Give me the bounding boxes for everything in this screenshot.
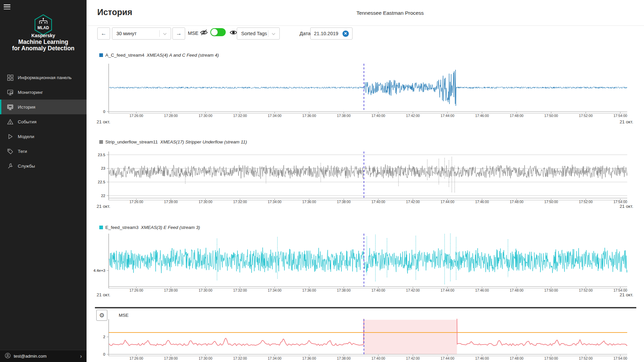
eye-icon[interactable] — [229, 29, 237, 36]
svg-text:17:36:00: 17:36:00 — [302, 288, 316, 292]
eye-off-icon[interactable] — [200, 29, 208, 36]
svg-text:17:46:00: 17:46:00 — [475, 114, 489, 118]
svg-text:17:30:00: 17:30:00 — [199, 288, 212, 292]
svg-text:17:40:00: 17:40:00 — [371, 200, 385, 204]
user-email: test@admin.com — [14, 354, 47, 359]
sidebar-item-label: События — [18, 119, 37, 124]
svg-text:21 окт.: 21 окт. — [620, 204, 633, 209]
svg-text:21 окт.: 21 окт. — [97, 119, 110, 124]
svg-text:4.4e+3: 4.4e+3 — [94, 268, 106, 273]
mse-toggle-label: MSE — [188, 31, 198, 36]
svg-text:21 окт.: 21 окт. — [620, 292, 633, 297]
svg-text:17:26:00: 17:26:00 — [129, 200, 143, 204]
svg-text:17:46:00: 17:46:00 — [475, 356, 489, 360]
svg-text:17:50:00: 17:50:00 — [544, 114, 558, 118]
svg-text:17:26:00: 17:26:00 — [129, 114, 143, 118]
mse-panel-divider — [95, 307, 636, 308]
sidebar-item-events[interactable]: События — [0, 114, 87, 129]
svg-text:17:50:00: 17:50:00 — [544, 200, 558, 204]
svg-text:17:46:00: 17:46:00 — [475, 200, 489, 204]
sidebar-item-monitoring[interactable]: Мониторинг — [0, 85, 87, 100]
tags-sort-select[interactable]: Sorted Tags — [237, 27, 280, 40]
svg-text:22: 22 — [101, 194, 105, 198]
svg-text:21 окт.: 21 окт. — [97, 292, 110, 297]
chart3-legend: E_feed_stream3 XMEAS(3) E Feed (stream 3… — [99, 225, 200, 230]
svg-text:2: 2 — [103, 335, 105, 339]
svg-text:17:40:00: 17:40:00 — [371, 114, 385, 118]
svg-text:17:50:00: 17:50:00 — [544, 356, 558, 360]
date-input[interactable]: 21.10.2019 ✕ — [310, 27, 353, 40]
chart3-tag-desc: XMEAS(3) E Feed (stream 3) — [141, 225, 200, 230]
svg-text:17:48:00: 17:48:00 — [510, 356, 524, 360]
mse-visibility-toggle[interactable] — [210, 28, 226, 36]
sidebar-item-services[interactable]: Службы — [0, 159, 87, 173]
sidebar: MLAD Kaspersky Machine Learning for Anom… — [0, 0, 87, 362]
chevron-down-icon — [163, 31, 167, 36]
svg-text:17:28:00: 17:28:00 — [164, 200, 178, 204]
models-icon — [7, 133, 13, 140]
monitoring-icon — [7, 89, 13, 96]
events-icon — [7, 119, 13, 125]
svg-text:17:34:00: 17:34:00 — [268, 356, 281, 360]
history-icon — [7, 104, 13, 110]
next-interval-button[interactable]: → — [172, 27, 185, 40]
svg-text:17:32:00: 17:32:00 — [233, 288, 247, 292]
svg-text:17:50:00: 17:50:00 — [544, 288, 558, 292]
services-icon — [7, 163, 13, 169]
date-label: Дата — [300, 31, 311, 36]
sidebar-item-label: Мониторинг — [18, 90, 43, 95]
svg-text:17:38:00: 17:38:00 — [337, 114, 351, 118]
svg-text:17:40:00: 17:40:00 — [371, 356, 385, 360]
svg-text:17:38:00: 17:38:00 — [337, 356, 351, 360]
svg-text:17:44:00: 17:44:00 — [441, 114, 454, 118]
svg-text:17:52:00: 17:52:00 — [579, 288, 593, 292]
chart2-legend-swatch — [99, 140, 103, 144]
chart-a-c-feed: 017:26:0017:28:0017:30:0017:32:0017:34:0… — [87, 61, 644, 128]
svg-text:17:30:00: 17:30:00 — [199, 356, 212, 360]
chart3-legend-swatch — [99, 226, 103, 229]
prev-interval-button[interactable]: ← — [97, 27, 110, 40]
svg-text:17:34:00: 17:34:00 — [268, 200, 281, 204]
svg-text:17:48:00: 17:48:00 — [510, 114, 524, 118]
svg-text:17:52:00: 17:52:00 — [579, 114, 593, 118]
user-avatar-icon — [5, 353, 11, 360]
chevron-down-icon — [272, 31, 275, 36]
svg-text:23.5: 23.5 — [98, 153, 105, 157]
svg-text:17:36:00: 17:36:00 — [302, 200, 316, 204]
user-account-button[interactable]: test@admin.com › — [0, 350, 87, 362]
svg-text:17:34:00: 17:34:00 — [268, 288, 281, 292]
svg-text:17:44:00: 17:44:00 — [441, 200, 454, 204]
interval-select[interactable]: 30 минут — [112, 27, 171, 40]
svg-text:17:54:00: 17:54:00 — [613, 114, 627, 118]
chevron-right-icon: › — [80, 353, 82, 359]
chart-e-feed: 4.4e+317:26:0017:28:0017:30:0017:32:0017… — [87, 233, 644, 298]
svg-text:17:28:00: 17:28:00 — [164, 288, 178, 292]
chart1-tag-desc: XMEAS(4) A and C Feed (stream 4) — [147, 53, 219, 58]
chart1-tag-name: A_C_feed_stream4 — [105, 53, 144, 58]
logo-label: MLAD — [38, 25, 49, 30]
clear-date-button[interactable]: ✕ — [342, 31, 349, 37]
hamburger-menu-icon[interactable] — [4, 4, 10, 9]
svg-text:17:46:00: 17:46:00 — [475, 288, 489, 292]
svg-text:17:42:00: 17:42:00 — [406, 288, 420, 292]
chart2-tag-desc: XMEAS(17) Stripper Underflow (stream 11) — [160, 139, 247, 144]
svg-text:17:40:00: 17:40:00 — [371, 288, 385, 292]
sidebar-item-tags[interactable]: Теги — [0, 144, 87, 159]
svg-text:17:26:00: 17:26:00 — [129, 356, 143, 360]
chart3-tag-name: E_feed_stream3 — [105, 225, 139, 230]
date-value: 21.10.2019 — [314, 31, 338, 36]
svg-text:17:28:00: 17:28:00 — [164, 114, 178, 118]
svg-text:17:28:00: 17:28:00 — [164, 356, 178, 360]
svg-text:17:52:00: 17:52:00 — [579, 200, 593, 204]
svg-text:17:42:00: 17:42:00 — [406, 200, 420, 204]
brand-name: Kaspersky — [0, 33, 87, 38]
svg-text:0: 0 — [103, 110, 105, 114]
product-name: Machine Learning for Anomaly Detection — [0, 39, 87, 52]
chart1-legend: A_C_feed_stream4 XMEAS(4) A and C Feed (… — [99, 53, 219, 58]
sidebar-item-models[interactable]: Модели — [0, 129, 87, 144]
sidebar-item-history[interactable]: История — [0, 100, 87, 114]
sidebar-item-dashboard[interactable]: Информационная панель — [0, 70, 87, 85]
svg-text:17:36:00: 17:36:00 — [302, 356, 316, 360]
main-content: История Tennessee Eastman Process ← 30 м… — [87, 0, 644, 362]
svg-text:17:52:00: 17:52:00 — [579, 356, 593, 360]
